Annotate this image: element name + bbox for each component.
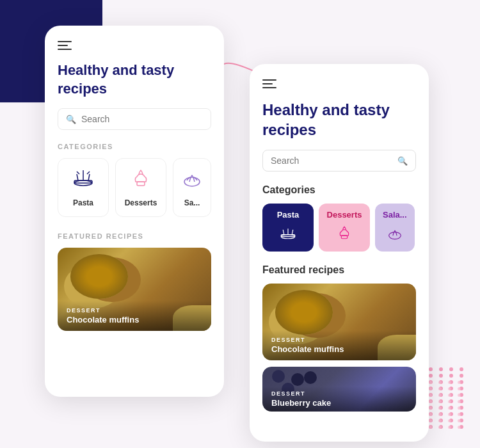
categories-grid-left: Pasta Desserts Sa <box>58 158 211 217</box>
category-pasta-left[interactable]: Pasta <box>58 158 109 217</box>
search-icon-left: 🔍 <box>66 115 76 124</box>
featured-label-right: Featured recipes <box>262 264 416 276</box>
recipe-title-muffins-right: Chocolate muffins <box>271 344 407 354</box>
svg-point-10 <box>184 177 200 186</box>
search-input-left[interactable] <box>81 114 203 124</box>
recipe-title-left: Chocolate muffins <box>67 315 202 324</box>
category-salads-right[interactable]: Sala... <box>375 204 415 252</box>
recipe-title-blueberry-right: Blueberry cake <box>271 398 407 408</box>
svg-rect-9 <box>137 182 145 186</box>
phone-card-left: Healthy and tasty recipes 🔍 CATEGORIES <box>45 26 224 397</box>
svg-line-2 <box>77 174 78 180</box>
pasta-label-left: Pasta <box>73 198 93 207</box>
salad-icon-right <box>386 225 404 245</box>
categories-row-right: Pasta Desserts <box>262 204 416 252</box>
category-desserts-left[interactable]: Desserts <box>115 158 166 217</box>
page-title-right: Healthy and tasty recipes <box>262 100 416 140</box>
recipe-overlay-left: DESSERT Chocolate muffins <box>58 301 211 331</box>
recipe-category-blueberry-right: DESSERT <box>271 390 407 397</box>
search-box-right[interactable]: 🔍 <box>262 150 416 172</box>
svg-line-6 <box>77 172 79 174</box>
pasta-icon <box>72 168 95 193</box>
category-salads-left[interactable]: Sa... <box>173 158 211 217</box>
salads-label-right: Sala... <box>383 210 407 220</box>
svg-rect-16 <box>341 236 347 239</box>
pasta-icon-right <box>279 225 297 245</box>
recipe-card-muffins-left[interactable]: DESSERT Chocolate muffins <box>58 248 211 331</box>
cupcake-icon-right <box>335 225 353 245</box>
pasta-label-right: Pasta <box>277 210 300 220</box>
search-icon-right[interactable]: 🔍 <box>397 156 408 166</box>
salads-label-left: Sa... <box>184 198 200 207</box>
cupcake-icon-left <box>129 168 152 193</box>
recipe-overlay-muffins-right: DESSERT Chocolate muffins <box>262 330 416 360</box>
svg-line-8 <box>87 172 90 174</box>
search-input-right[interactable] <box>271 156 397 166</box>
page-title-left: Healthy and tasty recipes <box>58 61 211 98</box>
svg-line-12 <box>283 230 284 235</box>
svg-line-14 <box>292 230 293 235</box>
recipe-card-muffins-right[interactable]: DESSERT Chocolate muffins <box>262 284 416 360</box>
hamburger-menu-right[interactable] <box>262 79 276 88</box>
salad-icon-left <box>180 168 204 193</box>
search-box-left[interactable]: 🔍 <box>58 108 211 130</box>
svg-line-4 <box>88 174 90 180</box>
phone-card-right: Healthy and tasty recipes 🔍 Categories P… <box>250 64 429 442</box>
category-desserts-right[interactable]: Desserts <box>319 204 370 252</box>
recipe-card-blueberry-right[interactable]: DESSERT Blueberry cake <box>262 367 416 412</box>
category-pasta-right[interactable]: Pasta <box>262 204 314 252</box>
recipe-category-muffins-right: DESSERT <box>271 337 407 343</box>
desserts-label-right: Desserts <box>327 210 362 220</box>
categories-label-right: Categories <box>262 184 416 196</box>
recipe-overlay-blueberry-right: DESSERT Blueberry cake <box>262 387 416 412</box>
categories-label-left: CATEGORIES <box>58 143 211 150</box>
desserts-label-left: Desserts <box>125 198 157 207</box>
recipe-category-left: DESSERT <box>67 307 202 314</box>
svg-point-17 <box>388 232 401 239</box>
hamburger-menu-left[interactable] <box>58 41 72 50</box>
featured-label-left: FEATURED RECIPES <box>58 232 211 240</box>
